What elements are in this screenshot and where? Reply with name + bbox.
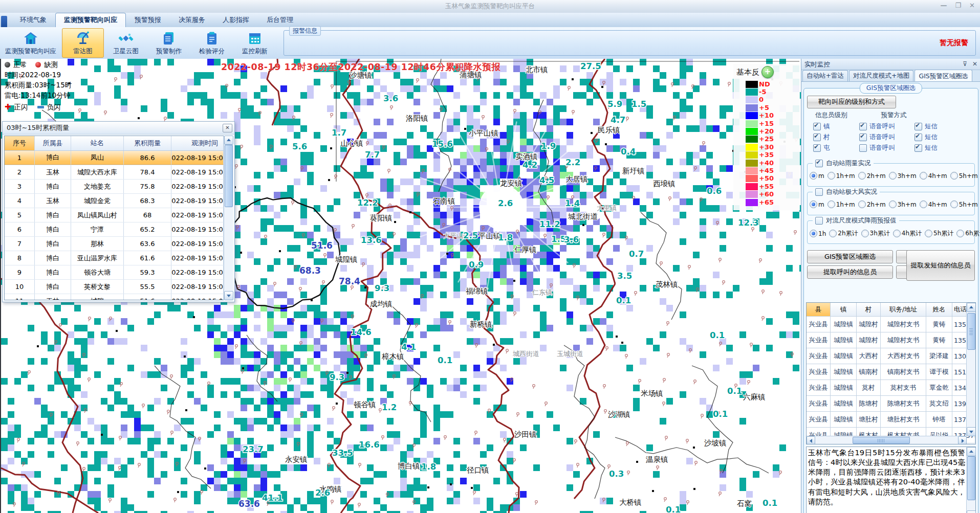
radio-option[interactable]: m <box>810 172 824 180</box>
table-row[interactable]: 兴业县城隍镇陈塘村陈塘村支书莫文绍139775796 <box>807 396 975 412</box>
level-checkbox[interactable] <box>813 133 821 141</box>
table-row[interactable]: 兴业县城隍镇城隍村城隍村支书黄铸135176975 <box>807 332 975 348</box>
table-row[interactable]: 3博白文地姜充75.82022-08-19 15:00 <box>5 180 224 194</box>
close-icon[interactable]: ✕ <box>223 124 232 132</box>
panel-tab-1[interactable]: 对流尺度模式+地图 <box>849 70 913 82</box>
voice-call-checkbox[interactable] <box>859 123 867 130</box>
table-row[interactable]: 兴业县城隍镇城隍村城隍村支书黄铸135176975 <box>807 317 975 332</box>
rain-table-scrollbar[interactable] <box>224 136 233 300</box>
radio-option[interactable]: 5h累计 <box>925 229 953 238</box>
column-header[interactable]: 站名 <box>71 136 124 150</box>
radio-option[interactable]: 1h+m <box>827 172 855 180</box>
table-row[interactable]: 10博白英桥文黎55.52022-08-19 15:00 <box>5 280 224 294</box>
column-header[interactable]: 所属县 <box>35 136 71 150</box>
close-icon[interactable]: ✕ <box>972 59 977 70</box>
group-checkbox[interactable] <box>815 217 823 225</box>
contact-table-vscrollbar[interactable] <box>966 303 975 436</box>
toolbar-button-0[interactable]: 监测预警靶向叫应 <box>1 28 61 58</box>
menu-tab-3[interactable]: 决策服务 <box>170 13 214 27</box>
satellite-icon <box>118 31 134 46</box>
table-row[interactable]: 9博白顿谷大塘59.32022-08-19 15:00 <box>5 265 224 280</box>
panel-tab-0[interactable]: 自动站+雷达 <box>802 70 848 82</box>
table-row[interactable]: 4玉林城隍金党68.32022-08-19 15:00 <box>5 194 224 208</box>
radio-option[interactable]: 3h+m <box>889 200 917 208</box>
table-row[interactable]: 兴业县城隍镇塘肚村塘肚村支书钟塔137885534 <box>807 412 975 428</box>
message-box[interactable]: 玉林市气象台19日5时15分发布暴雨橙色预警信号：4时以来兴业县城隍大西水库已出… <box>806 447 976 513</box>
column-header[interactable]: 累积雨量 <box>124 136 171 150</box>
table-cell: 城隍金党 <box>71 194 124 208</box>
table-row[interactable]: 兴业县城隍镇大西村大西村支书梁泽建130149571 <box>807 348 975 364</box>
radio-option[interactable]: 3h+m <box>889 172 917 180</box>
menu-tab-4[interactable]: 人影指挥 <box>214 13 258 27</box>
close-icon[interactable]: ✕ <box>969 2 975 9</box>
menu-tab-1[interactable]: 监测预警靶向叫应 <box>55 13 126 27</box>
voice-call-checkbox[interactable] <box>859 133 867 141</box>
menu-tab-0[interactable]: 环境气象 <box>11 13 55 27</box>
contact-table-hscrollbar[interactable] <box>807 436 967 444</box>
warning-message-text: 玉林市气象台19日5时15分发布暴雨橙色预警信号：4时以来兴业县城隍大西水库已出… <box>808 448 965 513</box>
menu-tab-2[interactable]: 预警预报 <box>126 13 170 27</box>
radar-map[interactable]: 27.5沙塘镇蒲塘镇北市镇3.65.91.5洛阳镇4.71.7山心镇小平山镇民乐… <box>0 59 802 513</box>
toolbar-button-5[interactable]: 监控刷新 <box>234 28 276 58</box>
radio-option[interactable]: 3h累计 <box>861 229 890 238</box>
radio-option[interactable]: 2h+m <box>858 200 886 208</box>
column-header[interactable]: 镇 <box>831 303 857 316</box>
panel-tab-2[interactable]: GIS预警区域圈选 <box>914 70 972 82</box>
table-row[interactable]: 6博白宁潭65.22022-08-19 15:00 <box>5 222 224 237</box>
legend-entry: +5 <box>746 104 797 111</box>
toolbar-button-4[interactable]: 检验评分 <box>191 28 233 58</box>
radio-option[interactable]: m <box>810 200 824 208</box>
zoom-plus-icon[interactable]: + <box>761 66 774 78</box>
pin-icon[interactable]: ⊽ <box>963 59 967 70</box>
table-row[interactable]: 8博白亚山温罗水库61.62022-08-19 15:00 <box>5 251 224 265</box>
table-row[interactable]: 5博白凤山镇凤山村682022-08-19 15:00 <box>5 208 224 222</box>
radio-option[interactable]: 1h+m <box>827 200 855 208</box>
column-header[interactable]: 村 <box>857 303 881 316</box>
sms-checkbox[interactable] <box>914 133 922 141</box>
message-scrollbar[interactable] <box>966 447 975 513</box>
table-row[interactable]: 2玉林城隍大西水库78.42022-08-19 15:00 <box>5 165 224 180</box>
sms-checkbox[interactable] <box>914 144 922 152</box>
radio-option[interactable]: 4h累计 <box>893 229 922 238</box>
column-header[interactable]: 姓名 <box>926 303 952 316</box>
radio-option[interactable]: 5h+m <box>950 200 978 208</box>
column-header[interactable]: 职务/地址 <box>881 303 926 316</box>
svg-text:博白镇: 博白镇 <box>398 462 420 470</box>
column-header[interactable]: 县 <box>807 303 831 316</box>
level-checkbox[interactable] <box>813 123 821 130</box>
call-level-button[interactable]: 靶向叫应的级别和方式 <box>807 96 896 108</box>
menu-tab-5[interactable]: 后台管理 <box>258 13 302 27</box>
legend-entry: +50 <box>746 175 797 183</box>
table-row[interactable]: 兴业县城隍镇镇南村镇南村支书谭于模151775946 <box>807 364 975 380</box>
table-cell: 塘肚村支书 <box>881 412 926 427</box>
voice-call-checkbox[interactable] <box>859 144 867 152</box>
rain-table-title[interactable]: 03时~15时累积雨量 ✕ <box>3 122 234 135</box>
column-header[interactable]: 序号 <box>5 136 35 150</box>
table-row[interactable]: 兴业县城隍镇莫村莫村支书覃金乾134575405 <box>807 380 975 396</box>
table-cell: 黄铸 <box>926 317 952 332</box>
restore-icon[interactable]: ❐ <box>955 2 961 9</box>
radio-option[interactable]: 4h+m <box>920 172 947 180</box>
toolbar-button-1[interactable]: 雷达图 <box>62 28 104 58</box>
toolbar-button-2[interactable]: 卫星云图 <box>105 28 147 58</box>
action-button-2[interactable]: 提取发短信的信息员 <box>906 250 975 281</box>
minimize-icon[interactable]: — <box>940 2 947 9</box>
column-header[interactable]: 观测时间 <box>171 136 224 150</box>
radio-option[interactable]: 2h累计 <box>829 229 858 238</box>
table-row[interactable]: 1博白凤山86.62022-08-19 15:00 <box>5 151 224 165</box>
group-checkbox[interactable] <box>815 160 823 167</box>
app-menu-stub[interactable] <box>1 16 7 27</box>
action-button-3[interactable]: 提取呼叫的信息员 <box>807 265 893 279</box>
toolbar-button-3[interactable]: 预警制作 <box>148 28 190 58</box>
radio-option[interactable]: 4h+m <box>920 200 947 208</box>
radio-option[interactable]: 2h+m <box>858 172 886 180</box>
radio-option[interactable]: 6h累计 <box>956 229 980 238</box>
table-row[interactable]: 11玉林城隍51.62022-08-19 15:00 <box>5 294 224 300</box>
level-checkbox[interactable] <box>813 144 821 152</box>
table-row[interactable]: 7博白那林63.62022-08-19 15:00 <box>5 237 224 251</box>
action-button-0[interactable]: GIS预警区域圈选 <box>807 250 893 263</box>
radio-option[interactable]: 1h <box>810 230 826 237</box>
group-checkbox[interactable] <box>815 188 823 196</box>
sms-checkbox[interactable] <box>914 123 922 130</box>
radio-option[interactable]: 5h+m <box>950 172 978 180</box>
